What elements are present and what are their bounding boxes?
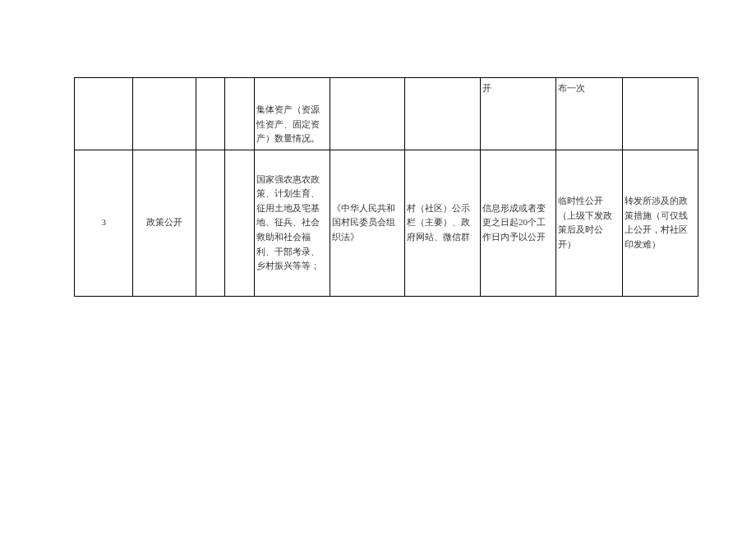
cell-cat-partial — [133, 78, 196, 150]
cell-note: 转发所涉及的政策措施（可仅线上公开，村社区印发难） — [623, 150, 698, 296]
cell-time: 信息形成或者变更之日起20个工作日内予以公开 — [481, 150, 556, 296]
cell-item-partial — [225, 78, 255, 150]
cell-category: 政策公开 — [133, 150, 196, 296]
cell-channel: 村（社区）公示栏（主要）、政府网站、微信群 — [405, 150, 481, 296]
cell-basis: 《中华人民共和国村民委员会组织法》 — [330, 150, 405, 296]
cell-channel-partial — [405, 78, 481, 150]
cell-content: 国家强农惠农政策、计划生育、征用土地及宅基地、征兵、社会救助和社会福利、干部考录… — [255, 150, 330, 296]
cell-item — [225, 150, 255, 296]
cell-time-partial: 开 — [481, 78, 556, 150]
cell-type: 临时性公开（上级下发政策后及时公开） — [555, 150, 623, 296]
cell-sub — [196, 150, 225, 296]
cell-note-partial — [623, 78, 698, 150]
cell-basis-partial — [330, 78, 405, 150]
table-row: 3 政策公开 国家强农惠农政策、计划生育、征用土地及宅基地、征兵、社会救助和社会… — [75, 150, 698, 296]
cell-type-partial: 布一次 — [555, 78, 623, 150]
cell-content-partial: 集体资产（资源性资产、固定资产）数量情况。 — [255, 78, 330, 150]
cell-num-partial — [75, 78, 133, 150]
policy-table: 集体资产（资源性资产、固定资产）数量情况。 开 布一次 3 政策公开 国家强农惠… — [74, 77, 698, 297]
table-row: 集体资产（资源性资产、固定资产）数量情况。 开 布一次 — [75, 78, 698, 150]
cell-sub-partial — [196, 78, 225, 150]
cell-num: 3 — [75, 150, 133, 296]
document-page: 集体资产（资源性资产、固定资产）数量情况。 开 布一次 3 政策公开 国家强农惠… — [0, 77, 756, 535]
